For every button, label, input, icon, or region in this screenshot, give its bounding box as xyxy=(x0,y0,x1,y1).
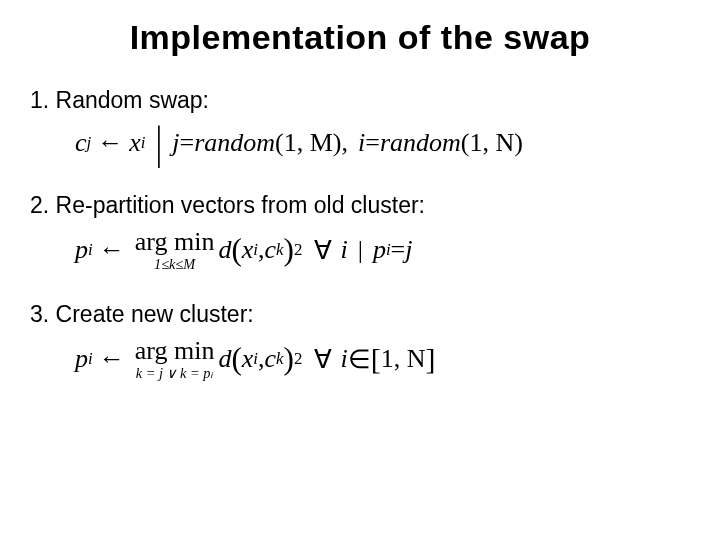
f1-ifn: random xyxy=(380,128,461,158)
step-3-formula: pi ← arg min k = j ∨ k = pᵢ d(xi , ck)2 … xyxy=(75,338,690,380)
f1-jeq: = xyxy=(180,128,195,158)
f2-eq: = xyxy=(391,235,406,265)
f1-rhs-var: x xyxy=(129,128,141,158)
f3-pow: 2 xyxy=(294,349,302,369)
f2-c: c xyxy=(265,235,277,265)
f2-j: j xyxy=(405,235,412,265)
f1-lhs-sub: j xyxy=(87,133,92,153)
step-2-formula: pi ← arg min 1≤k≤M d(xi , ck)2 ∀ i | pi … xyxy=(75,229,690,271)
f1-i: i xyxy=(358,128,365,158)
f1-rhs-sub: i xyxy=(141,133,146,153)
f1-ieq: = xyxy=(365,128,380,158)
step-2-label: 2. Re-partition vectors from old cluster… xyxy=(30,192,690,219)
f2-lhs-var: p xyxy=(75,235,88,265)
argmin-operator: arg min 1≤k≤M xyxy=(135,229,215,271)
lbracket-icon: [ xyxy=(371,342,381,376)
f3-in: ∈ xyxy=(348,344,371,375)
rparen-icon: ) xyxy=(284,232,294,268)
f3-i: i xyxy=(340,344,347,374)
rparen-icon: ) xyxy=(284,341,294,377)
left-arrow-icon: ← xyxy=(97,128,123,158)
f1-iargs: (1, N) xyxy=(461,128,523,158)
argmin-top: arg min xyxy=(135,229,215,255)
argmin-top: arg min xyxy=(135,338,215,364)
f1-comma: , xyxy=(342,128,349,158)
f3-x: x xyxy=(242,344,254,374)
f3-lhs-var: p xyxy=(75,344,88,374)
argmin-range: k = j ∨ k = pᵢ xyxy=(136,366,214,380)
step-1-label: 1. Random swap: xyxy=(30,87,690,114)
lparen-icon: ( xyxy=(231,341,241,377)
slide-title: Implementation of the swap xyxy=(30,18,690,57)
left-arrow-icon: ← xyxy=(99,344,125,374)
f3-ck: k xyxy=(276,349,284,369)
f2-x: x xyxy=(242,235,254,265)
slide: Implementation of the swap 1. Random swa… xyxy=(0,0,720,540)
step-1-formula: cj ← xi | j = random(1, M), i = random(1… xyxy=(75,124,690,162)
f2-pow: 2 xyxy=(294,240,302,260)
lparen-icon: ( xyxy=(231,232,241,268)
f2-pi: p xyxy=(373,235,386,265)
forall-icon: ∀ xyxy=(314,235,332,266)
argmin-operator: arg min k = j ∨ k = pᵢ xyxy=(135,338,215,380)
f3-d: d xyxy=(218,344,231,374)
f2-lhs-sub: i xyxy=(88,240,93,260)
forall-icon: ∀ xyxy=(314,344,332,375)
f1-jfn: random xyxy=(194,128,275,158)
such-that-bar-icon: | xyxy=(358,235,363,265)
argmin-range: 1≤k≤M xyxy=(154,257,195,271)
f2-d: d xyxy=(218,235,231,265)
f3-lhs-sub: i xyxy=(88,349,93,369)
rbracket-icon: ] xyxy=(425,342,435,376)
left-arrow-icon: ← xyxy=(99,235,125,265)
f3-range: 1, N xyxy=(381,344,426,374)
step-3-label: 3. Create new cluster: xyxy=(30,301,690,328)
f2-ck: k xyxy=(276,240,284,260)
f1-lhs-var: c xyxy=(75,128,87,158)
f3-c: c xyxy=(265,344,277,374)
f1-jargs: (1, M) xyxy=(275,128,341,158)
divider-bar-icon: | xyxy=(156,116,163,169)
f2-i: i xyxy=(340,235,347,265)
f1-j: j xyxy=(172,128,179,158)
